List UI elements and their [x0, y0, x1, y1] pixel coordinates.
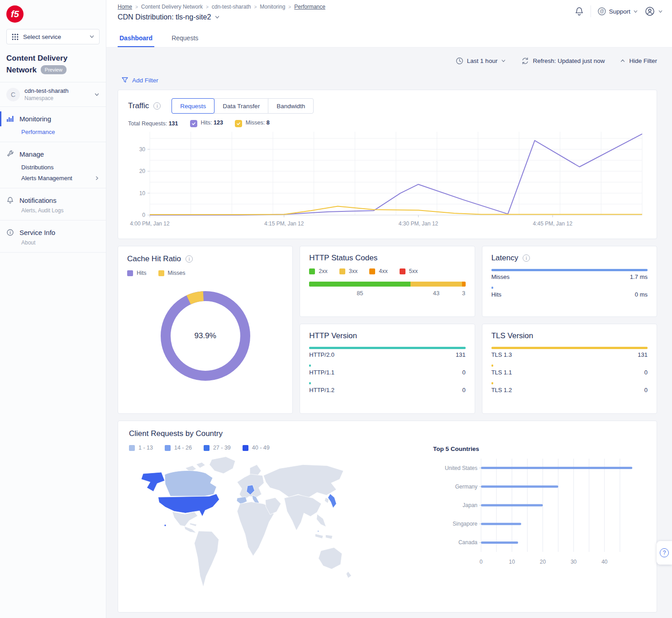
- traffic-line-chart[interactable]: 01020304:00 PM, Jan 124:15 PM, Jan 124:3…: [128, 128, 647, 229]
- grid-icon: [11, 33, 19, 41]
- chevron-right-icon: [95, 176, 100, 181]
- map-country-united-states[interactable]: [164, 524, 166, 526]
- tls_version-row-TLS 1.3[interactable]: TLS 1.3 131: [491, 347, 648, 358]
- chevron-down-icon: [94, 92, 100, 97]
- map-country-greenland[interactable]: [210, 457, 235, 474]
- row-label: HTTP/1.1: [309, 369, 334, 376]
- sidebar-item-notifications[interactable]: Notifications: [0, 195, 106, 206]
- chevron-down-icon: [658, 9, 663, 14]
- top5-bar-Japan[interactable]: [481, 504, 543, 507]
- support-at-icon: @: [597, 7, 606, 16]
- http-status-stacked-bar[interactable]: [309, 282, 465, 287]
- hide-filter-label: Hide Filter: [629, 57, 657, 64]
- map-country-arctic-islands[interactable]: [196, 462, 205, 468]
- map-country-indonesia[interactable]: [315, 534, 324, 538]
- sidebar-item-distributions[interactable]: Distributions: [0, 160, 106, 171]
- info-icon[interactable]: i: [523, 254, 530, 262]
- breadcrumb-separator: >: [206, 5, 209, 10]
- top-5-countries-chart[interactable]: 010203040United StatesGermanyJapanSingap…: [433, 454, 646, 567]
- map-country-japan[interactable]: [328, 494, 337, 508]
- status-segment-4xx[interactable]: [462, 282, 466, 287]
- account-menu[interactable]: [644, 6, 663, 17]
- status-segment-2xx[interactable]: [309, 282, 410, 287]
- traffic-tab-requests[interactable]: Requests: [172, 98, 214, 114]
- wrench-icon: [6, 150, 14, 158]
- map-country-korea[interactable]: [324, 498, 329, 503]
- map-legend-27-39: 27 - 39: [204, 445, 231, 451]
- breadcrumb-namespace[interactable]: cdn-test-sharath: [212, 4, 251, 10]
- top5-bar-United-States[interactable]: [481, 467, 632, 469]
- support-menu[interactable]: @ Support: [597, 7, 638, 16]
- map-country-cuba[interactable]: [190, 523, 197, 526]
- refresh-icon: [521, 57, 529, 65]
- legend-4xx: 4xx: [369, 268, 387, 274]
- map-country-australia[interactable]: [319, 547, 342, 569]
- divider: [591, 5, 591, 17]
- notification-bell-icon[interactable]: [574, 6, 584, 16]
- latency-row-Misses[interactable]: Misses 1.7 ms: [491, 269, 648, 280]
- dashboard-content: Last 1 hour Refresh: Updated just now Hi…: [106, 48, 672, 618]
- help-button[interactable]: ?: [657, 541, 672, 565]
- breadcrumb-performance[interactable]: Performance: [294, 4, 325, 10]
- status-segment-3xx[interactable]: [410, 282, 462, 287]
- breadcrumb-home[interactable]: Home: [118, 4, 132, 10]
- top5-bar-Canada[interactable]: [481, 541, 518, 544]
- sidebar-subitem-label: Alerts Management: [21, 175, 72, 182]
- time-range-selector[interactable]: Last 1 hour: [456, 57, 506, 65]
- map-country-united-states[interactable]: [141, 472, 165, 492]
- add-filter-button[interactable]: Add Filter: [121, 77, 158, 84]
- legend-3xx: 3xx: [339, 268, 357, 274]
- info-icon[interactable]: i: [153, 102, 161, 110]
- row-value: 131: [456, 351, 466, 358]
- hide-filter-button[interactable]: Hide Filter: [620, 57, 657, 64]
- refresh-button[interactable]: Refresh: Updated just now: [521, 57, 605, 65]
- tls_version-row-TLS 1.2[interactable]: TLS 1.2 0: [491, 382, 648, 393]
- top5-bar-Germany[interactable]: [481, 485, 558, 488]
- tab-requests[interactable]: Requests: [170, 34, 200, 47]
- latency-row-Hits[interactable]: Hits 0 ms: [491, 287, 648, 298]
- map-country-canada[interactable]: [165, 470, 216, 496]
- info-icon[interactable]: i: [186, 255, 193, 263]
- legend-misses: Misses: [158, 270, 186, 276]
- sidebar-item-performance[interactable]: Performance: [0, 125, 106, 135]
- legend-5xx: 5xx: [400, 268, 418, 274]
- chevron-down-icon[interactable]: [214, 14, 220, 20]
- hits-toggle[interactable]: Hits: 123: [190, 120, 223, 127]
- map-country-singapore[interactable]: [318, 531, 319, 532]
- traffic-tab-data-transfer[interactable]: Data Transfer: [214, 98, 268, 114]
- sidebar-item-monitoring[interactable]: Monitoring: [0, 113, 106, 125]
- sidebar-item-alerts-management[interactable]: Alerts Management: [0, 171, 106, 182]
- http_version-row-HTTP/1.2[interactable]: HTTP/1.2 0: [309, 382, 465, 393]
- hits-checkbox[interactable]: [190, 120, 197, 127]
- map-country-southeast-asia[interactable]: [317, 514, 326, 527]
- map-country-indonesia[interactable]: [325, 535, 333, 539]
- http_version-row-HTTP/2.0[interactable]: HTTP/2.0 131: [309, 347, 465, 358]
- top5-bar-Singapore[interactable]: [481, 523, 521, 525]
- map-country-russia[interactable]: [263, 465, 343, 498]
- tls_version-row-TLS 1.1[interactable]: TLS 1.1 0: [491, 364, 648, 376]
- map-country-new-zealand[interactable]: [346, 571, 351, 578]
- misses-checkbox[interactable]: [235, 120, 242, 127]
- cache-hit-ratio-title: Cache Hit Ratio: [127, 254, 181, 263]
- row-label: Misses: [491, 273, 510, 280]
- sidebar-item-manage[interactable]: Manage: [0, 149, 106, 160]
- check-icon: [191, 121, 196, 126]
- sidebar-subitem-label: Performance: [21, 129, 55, 135]
- breadcrumb-cdn[interactable]: Content Delivery Network: [141, 4, 203, 10]
- breadcrumb-monitoring[interactable]: Monitoring: [260, 4, 285, 10]
- traffic-tab-bandwidth[interactable]: Bandwidth: [268, 98, 314, 114]
- map-country-asia[interactable]: [284, 495, 321, 531]
- sidebar-item-service-info[interactable]: Service Info: [0, 227, 106, 238]
- namespace-selector[interactable]: C cdn-test-sharath Namespace: [0, 82, 106, 107]
- http_version-row-HTTP/1.1[interactable]: HTTP/1.1 0: [309, 364, 465, 376]
- svg-text:Japan: Japan: [462, 502, 477, 508]
- misses-toggle[interactable]: Misses: 8: [235, 120, 270, 127]
- tab-dashboard[interactable]: Dashboard: [118, 34, 154, 47]
- map-country-central-america[interactable]: [185, 526, 196, 533]
- select-service-dropdown[interactable]: Select service: [6, 29, 100, 44]
- world-map[interactable]: [129, 455, 369, 587]
- map-country-south-america[interactable]: [194, 531, 219, 587]
- chevron-down-icon: [501, 58, 506, 63]
- legend-hits: Hits: [127, 270, 147, 276]
- http-status-codes-title: HTTP Status Codes: [309, 254, 377, 262]
